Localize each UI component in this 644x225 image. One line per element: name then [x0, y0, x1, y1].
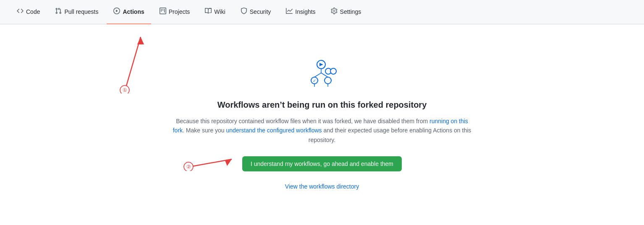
- main-description: Because this repository contained workfl…: [171, 116, 473, 145]
- projects-icon: [160, 8, 166, 16]
- svg-line-0: [126, 37, 141, 87]
- nav-label-settings: Settings: [340, 8, 361, 15]
- actions-nav-icon: [113, 8, 120, 16]
- nav-item-wiki[interactable]: Wiki: [198, 0, 232, 24]
- svg-line-16: [190, 159, 232, 167]
- main-heading: Workflows aren’t being run on this forke…: [217, 100, 427, 110]
- nav-bar: Code Pull requests Actions Projects: [0, 0, 644, 24]
- insights-icon: [286, 8, 293, 16]
- svg-text:①: ①: [123, 87, 127, 93]
- pr-icon: [55, 8, 62, 16]
- nav-label-actions: Actions: [123, 8, 144, 15]
- svg-point-15: [330, 68, 336, 74]
- nav-item-code[interactable]: Code: [10, 0, 47, 24]
- nav-label-code: Code: [26, 8, 40, 15]
- nav-label-insights: Insights: [295, 8, 315, 15]
- nav-item-settings[interactable]: Settings: [324, 0, 368, 24]
- nav-label-security: Security: [250, 8, 271, 15]
- nav-label-projects: Projects: [169, 8, 190, 15]
- annotation-arrow-1: ①: [101, 28, 151, 95]
- code-icon: [17, 8, 24, 16]
- nav-item-security[interactable]: Security: [234, 0, 278, 24]
- svg-line-7: [314, 73, 321, 77]
- nav-item-pull-requests[interactable]: Pull requests: [48, 0, 105, 24]
- svg-marker-1: [137, 37, 144, 44]
- svg-point-2: [120, 85, 129, 93]
- wiki-icon: [205, 8, 212, 16]
- svg-text:②: ②: [186, 164, 191, 170]
- understand-workflows-link[interactable]: understand the configured workflows: [226, 127, 322, 134]
- nav-label-pull-requests: Pull requests: [64, 8, 98, 15]
- view-workflows-link[interactable]: View the workflows directory: [285, 183, 359, 190]
- annotation-arrow-2: ②: [183, 150, 238, 172]
- main-content: ① ✓ Workflows aren’t being run on: [0, 24, 644, 225]
- svg-text:✓: ✓: [313, 78, 316, 83]
- nav-item-projects[interactable]: Projects: [153, 0, 197, 24]
- nav-label-wiki: Wiki: [214, 8, 225, 15]
- nav-item-insights[interactable]: Insights: [279, 0, 322, 24]
- nav-item-actions[interactable]: Actions: [107, 0, 151, 24]
- settings-icon: [331, 8, 338, 16]
- workflow-illustration: ✓: [305, 59, 339, 90]
- svg-point-11: [325, 77, 331, 84]
- security-icon: [241, 8, 247, 16]
- enable-workflows-button[interactable]: I understand my workflows, go ahead and …: [242, 156, 402, 171]
